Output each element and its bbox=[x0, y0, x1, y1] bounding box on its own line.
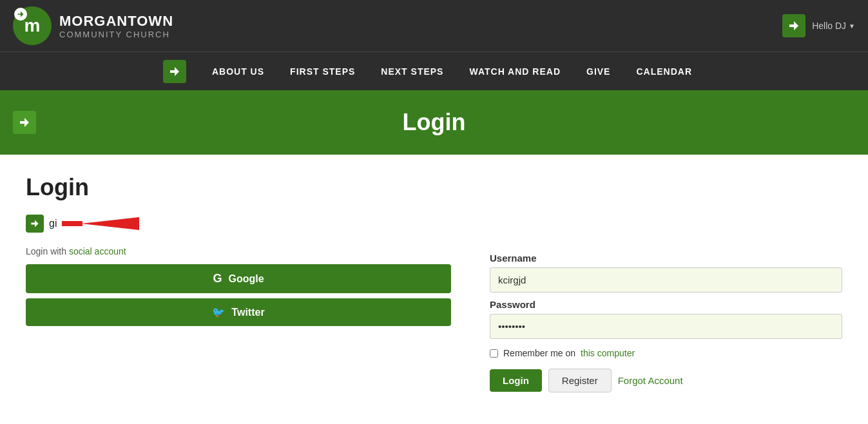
banner-arrow-button[interactable] bbox=[13, 111, 36, 134]
hello-user[interactable]: Hello DJ ▼ bbox=[812, 21, 855, 31]
svg-marker-0 bbox=[81, 217, 139, 230]
username-input[interactable] bbox=[490, 267, 842, 293]
remember-me-checkbox[interactable] bbox=[490, 349, 498, 358]
google-login-button[interactable]: G Google bbox=[26, 264, 451, 293]
social-account-link[interactable]: social account bbox=[69, 246, 126, 256]
logo-morgantown: MORGANTOWN bbox=[59, 13, 173, 30]
caret-icon: ▼ bbox=[849, 23, 855, 30]
logo-area: m MORGANTOWN COMMUNITY CHURCH bbox=[13, 6, 173, 45]
header-right: Hello DJ ▼ bbox=[782, 14, 855, 37]
logo-m: m bbox=[24, 15, 41, 36]
action-buttons-row: Login Register Forgot Account bbox=[490, 369, 842, 392]
green-banner: Login bbox=[0, 90, 868, 155]
google-icon: G bbox=[213, 272, 222, 285]
small-arrow-button[interactable] bbox=[26, 215, 44, 233]
login-arrow-row: gi bbox=[26, 214, 842, 233]
left-column: Login with social account G Google 🐦 Twi… bbox=[26, 246, 451, 331]
site-header: m MORGANTOWN COMMUNITY CHURCH Hello DJ ▼ bbox=[0, 0, 868, 52]
logo-arrow-circle bbox=[14, 8, 27, 21]
password-input[interactable] bbox=[490, 314, 842, 339]
gi-text: gi bbox=[49, 218, 57, 229]
header-arrow-button[interactable] bbox=[782, 14, 805, 37]
forgot-account-link[interactable]: Forgot Account bbox=[618, 375, 683, 386]
banner-title: Login bbox=[403, 109, 466, 136]
logo-text: MORGANTOWN COMMUNITY CHURCH bbox=[59, 13, 173, 39]
login-button[interactable]: Login bbox=[490, 369, 542, 392]
navbar: ABOUT US FIRST STEPS NEXT STEPS WATCH AN… bbox=[0, 52, 868, 90]
red-arrow-icon bbox=[62, 214, 139, 233]
this-computer-link[interactable]: this computer bbox=[581, 348, 635, 358]
svg-rect-1 bbox=[62, 221, 82, 226]
nav-item-about-us[interactable]: ABOUT US bbox=[199, 53, 277, 90]
logo-icon: m bbox=[13, 6, 52, 45]
username-label: Username bbox=[490, 253, 842, 264]
nav-item-watch-and-read[interactable]: WATCH AND READ bbox=[456, 53, 574, 90]
social-login-label: Login with social account bbox=[26, 246, 451, 256]
page-title: Login bbox=[26, 174, 842, 201]
main-content: Login gi Login with social account G Goo… bbox=[0, 155, 868, 412]
nav-item-calendar[interactable]: CALENDAR bbox=[623, 53, 705, 90]
register-button[interactable]: Register bbox=[548, 369, 612, 392]
nav-item-next-steps[interactable]: NEXT STEPS bbox=[368, 53, 456, 90]
two-column-layout: Login with social account G Google 🐦 Twi… bbox=[26, 246, 842, 392]
nav-item-give[interactable]: GIVE bbox=[574, 53, 623, 90]
remember-me-row: Remember me on this computer bbox=[490, 348, 842, 358]
nav-arrow-button[interactable] bbox=[163, 60, 186, 83]
logo-community: COMMUNITY CHURCH bbox=[59, 30, 173, 39]
password-label: Password bbox=[490, 299, 842, 310]
right-column: Username Password Remember me on this co… bbox=[490, 246, 842, 392]
twitter-icon: 🐦 bbox=[212, 306, 225, 318]
twitter-login-button[interactable]: 🐦 Twitter bbox=[26, 298, 451, 326]
nav-item-first-steps[interactable]: FIRST STEPS bbox=[277, 53, 368, 90]
